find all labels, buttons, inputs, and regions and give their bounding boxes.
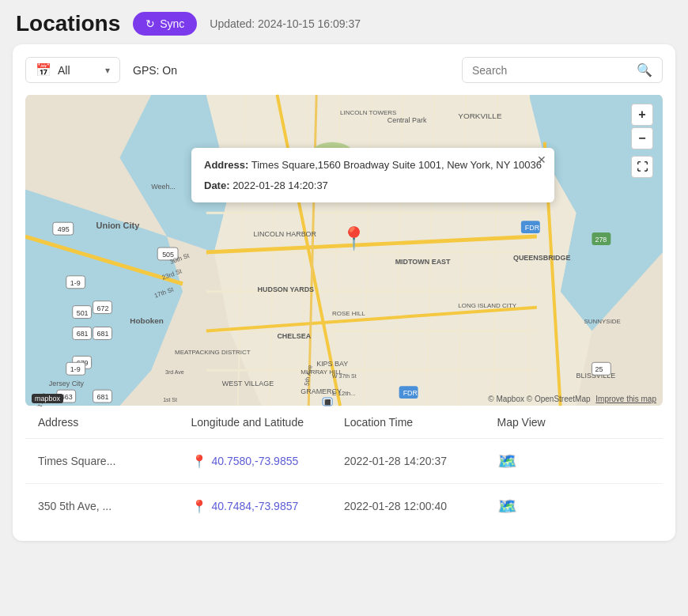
search-container: 🔍 [462, 57, 663, 83]
map-attribution: © Mapbox © OpenStreetMap Improve this ma… [488, 395, 656, 403]
map-view-icon[interactable]: 🗺️ [497, 452, 517, 470]
mapbox-logo: mapbox [32, 394, 63, 403]
svg-text:YORKVILLE: YORKVILLE [458, 111, 502, 120]
svg-text:FDR: FDR [525, 224, 540, 232]
sync-icon: ↻ [146, 17, 155, 30]
map-container: Union City Hoboken Hoboken Hoboken YORKV… [25, 94, 663, 406]
improve-map-link[interactable]: Improve this map [595, 395, 656, 403]
svg-text:LONG ISLAND CITY: LONG ISLAND CITY [458, 302, 516, 309]
svg-text:1-9: 1-9 [70, 279, 81, 287]
svg-text:FDR: FDR [403, 389, 418, 397]
svg-text:QUEENSBRIDGE: QUEENSBRIDGE [513, 254, 571, 262]
updated-timestamp: Updated: 2024-10-15 16:09:37 [210, 17, 361, 30]
svg-text:E 12th...: E 12th... [332, 390, 356, 397]
col-header-time: Location Time [344, 416, 497, 429]
popup-date-row: Date: 2022-01-28 14:20:37 [204, 178, 542, 194]
location-pin-icon: 📍 [191, 454, 207, 469]
svg-text:1-9: 1-9 [70, 365, 81, 373]
svg-text:25: 25 [595, 365, 603, 373]
row1-coords: 📍 40.7580,-73.9855 [191, 454, 345, 469]
svg-text:W 37th St: W 37th St [332, 373, 357, 379]
map-popup: ✕ Address: Times Square,1560 Broadway Su… [191, 148, 554, 202]
svg-text:672: 672 [97, 304, 109, 312]
row2-coords: 📍 40.7484,-73.9857 [191, 499, 345, 514]
row1-coord-value[interactable]: 40.7580,-73.9855 [212, 455, 299, 467]
gps-status: GPS: On [133, 64, 177, 77]
row2-time: 2022-01-28 12:00:40 [344, 500, 497, 512]
zoom-out-button[interactable]: − [631, 127, 653, 149]
table-row: Times Square... 📍 40.7580,-73.9855 2022-… [25, 439, 663, 484]
sync-button[interactable]: ↻ Sync [133, 12, 197, 36]
col-header-address: Address [38, 416, 191, 429]
svg-text:Hoboken: Hoboken [130, 316, 164, 325]
svg-text:681: 681 [97, 330, 109, 338]
row2-mapview[interactable]: 🗺️ [497, 497, 651, 516]
row2-coord-value[interactable]: 40.7484,-73.9857 [212, 500, 299, 512]
svg-text:HUDSON YARDS: HUDSON YARDS [258, 285, 315, 293]
col-header-mapview: Map View [497, 416, 651, 429]
row1-mapview[interactable]: 🗺️ [497, 452, 651, 471]
popup-date-label: Date: [204, 180, 230, 191]
popup-close-button[interactable]: ✕ [537, 154, 546, 165]
svg-text:278: 278 [595, 236, 607, 244]
chevron-down-icon: ▾ [105, 65, 110, 76]
svg-text:Jersey City: Jersey City [49, 380, 85, 387]
map-pin[interactable]: 📍 [340, 225, 368, 251]
row1-time: 2022-01-28 14:20:37 [344, 455, 497, 467]
table-row: 350 5th Ave, ... 📍 40.7484,-73.9857 2022… [25, 484, 663, 528]
svg-text:LINCOLN HARBOR: LINCOLN HARBOR [254, 230, 317, 238]
svg-text:495: 495 [58, 225, 70, 233]
svg-text:3rd Ave: 3rd Ave [165, 369, 184, 375]
calendar-icon: 📅 [36, 62, 51, 77]
svg-text:501: 501 [77, 309, 89, 317]
map-view-icon[interactable]: 🗺️ [497, 497, 517, 515]
page-title: Locations [16, 11, 120, 36]
fullscreen-button[interactable]: ⛶ [631, 156, 653, 178]
svg-text:KIPS BAY: KIPS BAY [316, 360, 348, 368]
table-container: Address Longitude and Latitude Location … [25, 406, 663, 528]
svg-text:Central Park: Central Park [387, 116, 427, 124]
svg-text:681: 681 [77, 330, 89, 338]
svg-text:MEATPACKING DISTRICT: MEATPACKING DISTRICT [175, 349, 251, 356]
svg-text:SUNNYSIDE: SUNNYSIDE [584, 318, 620, 325]
toolbar: 📅 All ▾ GPS: On 🔍 [25, 57, 663, 83]
popup-address-label: Address: [204, 159, 248, 171]
svg-text:1st St: 1st St [163, 397, 177, 402]
svg-text:ROSE HILL: ROSE HILL [332, 310, 365, 317]
zoom-in-button[interactable]: + [631, 104, 653, 126]
svg-text:681: 681 [97, 393, 109, 401]
date-filter-dropdown[interactable]: 📅 All ▾ [25, 57, 120, 83]
popup-date-value: 2022-01-28 14:20:37 [232, 180, 328, 191]
location-pin-icon: 📍 [191, 499, 207, 514]
svg-text:⬛: ⬛ [324, 399, 331, 406]
svg-text:CHELSEA: CHELSEA [277, 332, 311, 340]
svg-text:WEST VILLAGE: WEST VILLAGE [222, 380, 274, 387]
svg-text:MIDTOWN EAST: MIDTOWN EAST [395, 258, 451, 266]
search-input[interactable] [472, 64, 630, 77]
row2-address: 350 5th Ave, ... [38, 500, 191, 512]
main-card: 📅 All ▾ GPS: On 🔍 [13, 44, 675, 541]
table-header: Address Longitude and Latitude Location … [25, 406, 663, 439]
popup-address-value: Times Square,1560 Broadway Suite 1001, N… [251, 159, 542, 171]
col-header-coords: Longitude and Latitude [191, 416, 345, 429]
svg-text:Weeh...: Weeh... [151, 183, 176, 191]
svg-text:LINCOLN TOWERS: LINCOLN TOWERS [340, 109, 396, 116]
popup-address-row: Address: Times Square,1560 Broadway Suit… [204, 157, 542, 173]
svg-text:Union City: Union City [96, 221, 141, 230]
search-icon: 🔍 [637, 62, 652, 77]
map-controls: + − ⛶ [631, 104, 653, 178]
row1-address: Times Square... [38, 455, 191, 467]
dropdown-label: All [58, 64, 99, 77]
